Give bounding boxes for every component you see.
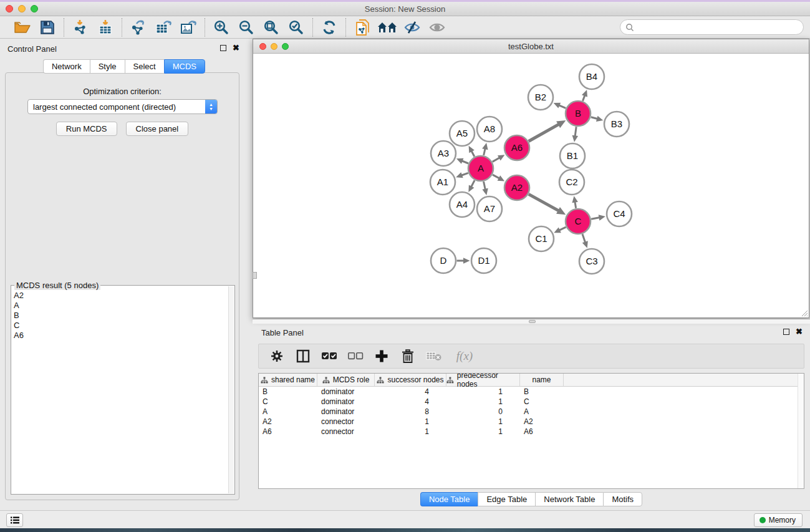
close-panel-icon[interactable]: ✖ [233,45,239,51]
add-button[interactable] [372,347,391,365]
graph-node-A2[interactable]: A2 [504,175,529,200]
import-table-button[interactable] [95,18,116,37]
mcds-result-list[interactable]: A2ABCA6 [11,291,228,493]
gear-button[interactable] [268,347,286,365]
table-cell[interactable]: C [520,397,564,407]
delete-table-button[interactable] [425,347,443,365]
graph-node-A5[interactable]: A5 [450,121,475,146]
close-panel-button[interactable]: Close panel [126,122,189,136]
table-cell[interactable]: 1 [375,427,446,437]
table-cell[interactable]: B [520,387,564,397]
table-row[interactable]: Cdominator41C [259,397,804,407]
mcds-result-item[interactable]: A6 [14,331,228,341]
graph-node-A4[interactable]: A4 [450,192,475,217]
graph-node-A8[interactable]: A8 [477,117,502,142]
deselect-all-button[interactable] [346,347,365,365]
column-header-name[interactable]: name [520,374,564,386]
graph-node-A1[interactable]: A1 [430,170,455,195]
table-cell[interactable]: A [259,407,317,417]
result-list-scrollbar[interactable] [228,286,234,493]
graph-edge-A6-B[interactable] [529,124,559,142]
mcds-result-item[interactable]: A [14,301,228,311]
mcds-result-item[interactable]: A2 [14,291,228,301]
table-cell[interactable]: connector [317,427,375,437]
tab-style[interactable]: Style [90,59,125,74]
graph-node-C3[interactable]: C3 [579,249,604,274]
fx-button[interactable]: f(x) [451,347,478,365]
table-cell[interactable]: A [520,407,564,417]
tab-edge-table[interactable]: Edge Table [478,492,535,506]
table-cell[interactable]: 1 [446,427,520,437]
graph-node-C4[interactable]: C4 [607,201,632,226]
export-table-button[interactable] [153,18,174,37]
table-row[interactable]: Bdominator41B [259,387,804,397]
column-header-predecessor-nodes[interactable]: predecessor nodes [446,374,520,386]
copy-network-doc-button[interactable] [352,18,373,37]
graph-edge-A-A6[interactable] [493,157,500,162]
tab-network[interactable]: Network [43,59,90,74]
column-header-successor-nodes[interactable]: successor nodes [375,374,446,386]
zoom-out-button[interactable] [236,18,257,37]
table-cell[interactable]: 0 [446,407,520,417]
tab-node-table[interactable]: Node Table [420,492,478,506]
table-cell[interactable]: 1 [446,387,520,397]
table-cell[interactable]: 4 [375,387,446,397]
panel-split-grip[interactable] [253,272,257,279]
zoom-in-button[interactable] [211,18,232,37]
graph-node-C2[interactable]: C2 [559,170,584,195]
table-cell[interactable]: 1 [446,397,520,407]
table-cell[interactable]: 8 [375,407,446,417]
table-cell[interactable]: 1 [375,417,446,427]
save-button[interactable] [37,18,58,37]
table-cell[interactable]: C [259,397,317,407]
split-divider-grip[interactable] [529,320,536,323]
refresh-button[interactable] [319,18,340,37]
run-mcds-button[interactable]: Run MCDS [56,122,117,136]
table-cell[interactable]: A2 [520,417,564,427]
graph-edge-A-A7[interactable] [484,181,486,190]
tab-motifs[interactable]: Motifs [603,492,642,506]
table-cell[interactable]: 4 [375,397,446,407]
home-button[interactable] [377,18,398,37]
graph-node-A6[interactable]: A6 [504,135,529,160]
mcds-result-item[interactable]: C [14,321,228,331]
graph-node-B3[interactable]: B3 [604,112,629,137]
memory-button[interactable]: Memory [754,513,803,527]
graph-edge-B-B1[interactable] [575,127,576,137]
table-row[interactable]: A2connector11A2 [259,417,804,427]
table-cell[interactable]: dominator [317,387,375,397]
graph-node-D[interactable]: D [431,248,456,273]
open-folder-button[interactable] [12,18,33,37]
show-panels-button[interactable] [6,513,23,527]
import-network-button[interactable] [70,18,91,37]
float-panel-icon[interactable] [220,45,226,51]
graph-node-D1[interactable]: D1 [471,248,496,273]
graph-node-A[interactable]: A [468,156,493,181]
tab-network-table[interactable]: Network Table [535,492,603,506]
table-cell[interactable]: A6 [520,427,564,437]
table-cell[interactable]: 1 [446,417,520,427]
network-view-window[interactable]: testGlobe.txt B4B2BB3A5A8A6A3B1AA1C2A2A4… [253,39,809,318]
graph-node-B4[interactable]: B4 [579,64,604,89]
mcds-result-item[interactable]: B [14,311,228,321]
zoom-selected-button[interactable] [286,18,307,37]
table-cell[interactable]: dominator [317,397,375,407]
eye-slash-button[interactable] [402,18,423,37]
table-row[interactable]: A6connector11A6 [259,427,804,437]
horizontal-split-divider[interactable] [253,319,810,324]
optimization-criterion-dropdown[interactable]: largest connected component (directed) ▲… [27,99,218,114]
graph-node-B2[interactable]: B2 [528,85,553,110]
table-cell[interactable]: A6 [259,427,317,437]
select-all-button[interactable] [320,347,339,365]
graph-node-A3[interactable]: A3 [431,141,456,166]
export-image-button[interactable] [178,18,199,37]
zoom-fit-button[interactable] [261,18,282,37]
tab-select[interactable]: Select [125,59,164,74]
eye-button[interactable] [427,18,448,37]
column-header-shared-name[interactable]: shared name [259,374,317,386]
window-titlebar[interactable]: Session: New Session [0,2,810,16]
tab-mcds[interactable]: MCDS [164,59,205,74]
graph-node-C[interactable]: C [566,209,591,234]
graph-edge-C-C3[interactable] [582,234,586,243]
graph-node-A7[interactable]: A7 [477,196,502,221]
